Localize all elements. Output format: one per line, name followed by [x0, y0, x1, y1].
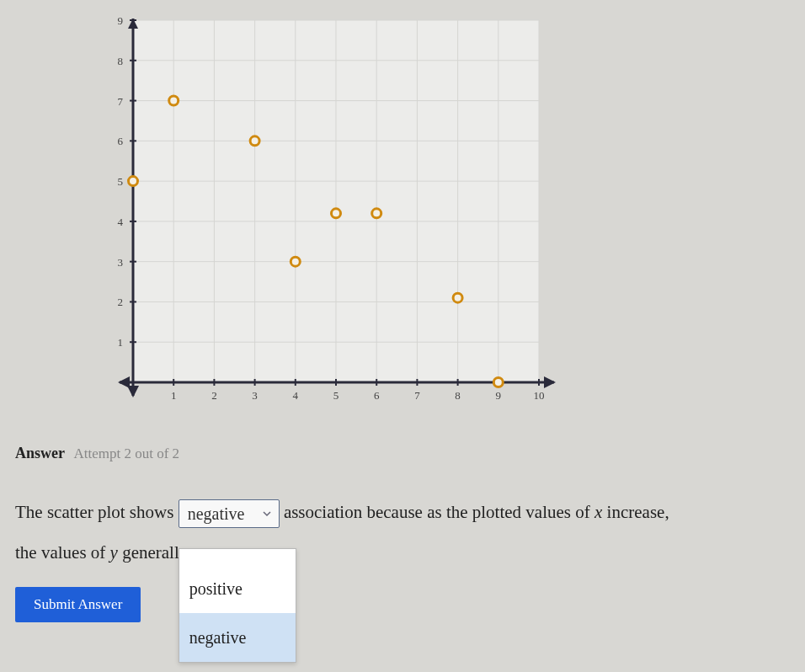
svg-text:6: 6	[118, 135, 124, 147]
svg-text:6: 6	[374, 389, 380, 402]
svg-point-66	[250, 136, 259, 146]
chevron-down-icon	[262, 509, 272, 519]
svg-point-68	[332, 209, 341, 218]
svg-text:2: 2	[118, 296, 124, 308]
svg-point-71	[493, 378, 503, 387]
var-y: y	[110, 542, 118, 563]
svg-text:7: 7	[118, 95, 124, 108]
attempt-counter: Attempt 2 out of 2	[74, 445, 180, 461]
submit-answer-button[interactable]: Submit Answer	[15, 587, 141, 622]
svg-point-69	[372, 209, 381, 218]
svg-text:4: 4	[293, 389, 299, 402]
svg-text:9: 9	[118, 15, 124, 27]
chart-canvas: 12345678910123456789	[93, 15, 564, 411]
svg-text:5: 5	[118, 175, 124, 188]
svg-text:4: 4	[118, 216, 124, 228]
svg-text:8: 8	[455, 389, 461, 402]
svg-text:8: 8	[118, 55, 124, 67]
var-x: x	[594, 502, 602, 522]
association-select-wrap: negative positive negative	[179, 494, 280, 533]
answer-section: Answer Attempt 2 out of 2 The scatter pl…	[15, 445, 797, 623]
svg-text:3: 3	[118, 256, 124, 269]
svg-point-65	[169, 96, 179, 105]
svg-text:3: 3	[252, 389, 258, 402]
association-select[interactable]: negative	[179, 499, 280, 528]
sentence-part2: association because as the plotted value…	[284, 502, 594, 522]
sentence-line2a: the values of	[15, 542, 110, 563]
svg-marker-25	[118, 376, 130, 388]
svg-point-64	[129, 177, 138, 186]
svg-point-70	[453, 293, 462, 302]
dropdown-option-positive[interactable]: positive	[179, 564, 296, 613]
answer-header: Answer Attempt 2 out of 2	[15, 445, 797, 462]
svg-text:7: 7	[414, 389, 420, 402]
svg-text:5: 5	[333, 389, 339, 402]
svg-text:1: 1	[118, 336, 124, 349]
svg-text:1: 1	[171, 389, 177, 402]
svg-text:10: 10	[534, 389, 545, 402]
association-select-value: negative	[188, 495, 245, 532]
sentence-line2b: generall	[122, 542, 179, 563]
association-dropdown: positive negative	[179, 548, 296, 663]
dropdown-option-blank[interactable]	[179, 549, 296, 564]
svg-marker-24	[544, 376, 556, 388]
dropdown-option-negative[interactable]: negative	[179, 613, 296, 662]
svg-text:9: 9	[496, 389, 502, 402]
sentence-part3: increase,	[607, 502, 669, 522]
answer-label: Answer	[15, 445, 65, 461]
svg-point-67	[291, 257, 300, 266]
svg-text:2: 2	[211, 389, 217, 402]
sentence-part1: The scatter plot shows	[15, 502, 179, 522]
question-sentence: The scatter plot shows negative positive…	[15, 493, 797, 623]
scatter-plot: 12345678910123456789	[93, 15, 581, 411]
